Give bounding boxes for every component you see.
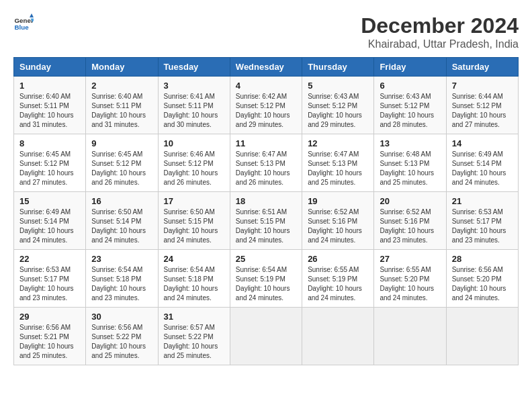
day-number: 3 — [164, 81, 224, 91]
calendar-body: 1 Sunrise: 6:40 AM Sunset: 5:11 PM Dayli… — [14, 77, 519, 365]
calendar-cell: 27 Sunrise: 6:55 AM Sunset: 5:20 PM Dayl… — [374, 250, 446, 308]
calendar-cell: 25 Sunrise: 6:54 AM Sunset: 5:19 PM Dayl… — [230, 250, 302, 308]
weekday-header-sunday: Sunday — [14, 58, 86, 77]
day-info: Sunrise: 6:57 AM Sunset: 5:22 PM Dayligh… — [164, 323, 224, 361]
day-number: 31 — [164, 312, 224, 322]
day-number: 12 — [308, 138, 368, 148]
day-info: Sunrise: 6:45 AM Sunset: 5:12 PM Dayligh… — [19, 150, 80, 187]
weekday-header-friday: Friday — [374, 58, 446, 77]
day-info: Sunrise: 6:48 AM Sunset: 5:13 PM Dayligh… — [380, 150, 440, 187]
calendar-cell: 8 Sunrise: 6:45 AM Sunset: 5:12 PM Dayli… — [14, 134, 86, 192]
day-number: 28 — [452, 254, 513, 264]
day-number: 19 — [308, 196, 368, 206]
day-info: Sunrise: 6:53 AM Sunset: 5:17 PM Dayligh… — [19, 265, 80, 303]
day-number: 29 — [19, 312, 80, 322]
day-number: 18 — [236, 196, 296, 206]
calendar-week-2: 8 Sunrise: 6:45 AM Sunset: 5:12 PM Dayli… — [14, 134, 519, 192]
day-info: Sunrise: 6:41 AM Sunset: 5:11 PM Dayligh… — [164, 92, 224, 130]
subtitle: Khairabad, Uttar Pradesh, India — [361, 38, 519, 50]
calendar-cell: 19 Sunrise: 6:52 AM Sunset: 5:16 PM Dayl… — [302, 192, 374, 250]
calendar-cell: 31 Sunrise: 6:57 AM Sunset: 5:22 PM Dayl… — [158, 308, 230, 365]
weekday-header-monday: Monday — [86, 58, 158, 77]
day-info: Sunrise: 6:45 AM Sunset: 5:12 PM Dayligh… — [91, 150, 152, 187]
weekday-row: SundayMondayTuesdayWednesdayThursdayFrid… — [14, 58, 519, 77]
calendar-cell: 18 Sunrise: 6:51 AM Sunset: 5:15 PM Dayl… — [230, 192, 302, 250]
day-number: 30 — [91, 312, 152, 322]
day-info: Sunrise: 6:53 AM Sunset: 5:17 PM Dayligh… — [452, 208, 513, 245]
day-info: Sunrise: 6:51 AM Sunset: 5:15 PM Dayligh… — [236, 208, 296, 245]
day-info: Sunrise: 6:52 AM Sunset: 5:16 PM Dayligh… — [380, 208, 440, 245]
calendar-cell: 30 Sunrise: 6:56 AM Sunset: 5:22 PM Dayl… — [86, 308, 158, 365]
calendar-cell — [302, 308, 374, 365]
logo: General Blue — [13, 13, 34, 34]
weekday-header-saturday: Saturday — [446, 58, 518, 77]
calendar-cell: 22 Sunrise: 6:53 AM Sunset: 5:17 PM Dayl… — [14, 250, 86, 308]
calendar-cell: 1 Sunrise: 6:40 AM Sunset: 5:11 PM Dayli… — [14, 77, 86, 134]
day-info: Sunrise: 6:52 AM Sunset: 5:16 PM Dayligh… — [308, 208, 368, 245]
logo-icon: General Blue — [13, 13, 34, 34]
day-number: 9 — [91, 138, 152, 148]
day-number: 13 — [380, 138, 440, 148]
header: General Blue December 2024 Khairabad, Ut… — [13, 13, 519, 50]
calendar-cell: 15 Sunrise: 6:49 AM Sunset: 5:14 PM Dayl… — [14, 192, 86, 250]
calendar-cell: 28 Sunrise: 6:56 AM Sunset: 5:20 PM Dayl… — [446, 250, 518, 308]
calendar-cell: 12 Sunrise: 6:47 AM Sunset: 5:13 PM Dayl… — [302, 134, 374, 192]
day-number: 16 — [91, 196, 152, 206]
day-info: Sunrise: 6:54 AM Sunset: 5:18 PM Dayligh… — [164, 265, 224, 303]
day-number: 26 — [308, 254, 368, 264]
calendar-header: SundayMondayTuesdayWednesdayThursdayFrid… — [14, 58, 519, 77]
day-number: 27 — [380, 254, 440, 264]
day-number: 24 — [164, 254, 224, 264]
day-info: Sunrise: 6:44 AM Sunset: 5:12 PM Dayligh… — [452, 92, 513, 130]
calendar-cell: 2 Sunrise: 6:40 AM Sunset: 5:11 PM Dayli… — [86, 77, 158, 134]
calendar-cell: 11 Sunrise: 6:47 AM Sunset: 5:13 PM Dayl… — [230, 134, 302, 192]
day-info: Sunrise: 6:49 AM Sunset: 5:14 PM Dayligh… — [19, 208, 80, 245]
day-number: 4 — [236, 81, 296, 91]
svg-text:Blue: Blue — [15, 24, 30, 31]
calendar-cell: 4 Sunrise: 6:42 AM Sunset: 5:12 PM Dayli… — [230, 77, 302, 134]
calendar-cell: 9 Sunrise: 6:45 AM Sunset: 5:12 PM Dayli… — [86, 134, 158, 192]
day-info: Sunrise: 6:55 AM Sunset: 5:20 PM Dayligh… — [380, 265, 440, 303]
day-number: 15 — [19, 196, 80, 206]
day-info: Sunrise: 6:40 AM Sunset: 5:11 PM Dayligh… — [91, 92, 152, 130]
calendar-cell: 14 Sunrise: 6:49 AM Sunset: 5:14 PM Dayl… — [446, 134, 518, 192]
calendar-cell: 5 Sunrise: 6:43 AM Sunset: 5:12 PM Dayli… — [302, 77, 374, 134]
day-info: Sunrise: 6:54 AM Sunset: 5:19 PM Dayligh… — [236, 265, 296, 303]
day-number: 20 — [380, 196, 440, 206]
calendar-week-3: 15 Sunrise: 6:49 AM Sunset: 5:14 PM Dayl… — [14, 192, 519, 250]
calendar-cell: 29 Sunrise: 6:56 AM Sunset: 5:21 PM Dayl… — [14, 308, 86, 365]
day-number: 8 — [19, 138, 80, 148]
calendar-cell: 16 Sunrise: 6:50 AM Sunset: 5:14 PM Dayl… — [86, 192, 158, 250]
day-info: Sunrise: 6:55 AM Sunset: 5:19 PM Dayligh… — [308, 265, 368, 303]
calendar-cell: 17 Sunrise: 6:50 AM Sunset: 5:15 PM Dayl… — [158, 192, 230, 250]
day-info: Sunrise: 6:47 AM Sunset: 5:13 PM Dayligh… — [236, 150, 296, 187]
day-number: 1 — [19, 81, 80, 91]
day-number: 14 — [452, 138, 513, 148]
calendar-week-5: 29 Sunrise: 6:56 AM Sunset: 5:21 PM Dayl… — [14, 308, 519, 365]
svg-marker-2 — [30, 13, 34, 17]
day-info: Sunrise: 6:54 AM Sunset: 5:18 PM Dayligh… — [91, 265, 152, 303]
day-number: 22 — [19, 254, 80, 264]
calendar-cell — [230, 308, 302, 365]
weekday-header-tuesday: Tuesday — [158, 58, 230, 77]
calendar-cell: 3 Sunrise: 6:41 AM Sunset: 5:11 PM Dayli… — [158, 77, 230, 134]
calendar-cell: 13 Sunrise: 6:48 AM Sunset: 5:13 PM Dayl… — [374, 134, 446, 192]
calendar-cell: 26 Sunrise: 6:55 AM Sunset: 5:19 PM Dayl… — [302, 250, 374, 308]
calendar-cell: 10 Sunrise: 6:46 AM Sunset: 5:12 PM Dayl… — [158, 134, 230, 192]
main-title: December 2024 — [361, 13, 519, 38]
day-info: Sunrise: 6:43 AM Sunset: 5:12 PM Dayligh… — [380, 92, 440, 130]
day-number: 5 — [308, 81, 368, 91]
calendar-cell — [446, 308, 518, 365]
calendar-cell — [374, 308, 446, 365]
day-info: Sunrise: 6:50 AM Sunset: 5:15 PM Dayligh… — [164, 208, 224, 245]
day-info: Sunrise: 6:40 AM Sunset: 5:11 PM Dayligh… — [19, 92, 80, 130]
day-info: Sunrise: 6:56 AM Sunset: 5:20 PM Dayligh… — [452, 265, 513, 303]
day-number: 25 — [236, 254, 296, 264]
day-info: Sunrise: 6:49 AM Sunset: 5:14 PM Dayligh… — [452, 150, 513, 187]
day-number: 23 — [91, 254, 152, 264]
day-number: 17 — [164, 196, 224, 206]
weekday-header-thursday: Thursday — [302, 58, 374, 77]
svg-text:General: General — [15, 17, 34, 24]
day-number: 6 — [380, 81, 440, 91]
calendar-cell: 24 Sunrise: 6:54 AM Sunset: 5:18 PM Dayl… — [158, 250, 230, 308]
